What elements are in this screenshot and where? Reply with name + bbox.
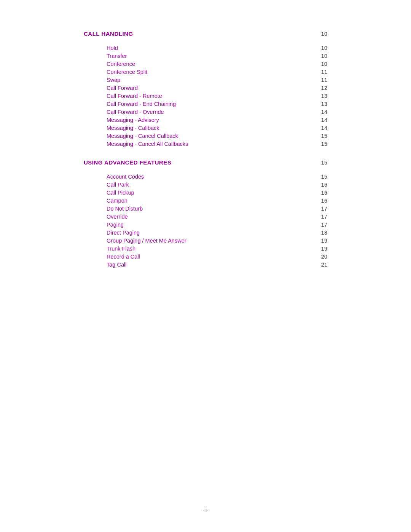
toc-item-page: 16 xyxy=(308,189,327,197)
section-header-using-advanced-features: USING ADVANCED FEATURES15 xyxy=(84,159,327,166)
toc-item-page: 19 xyxy=(308,244,327,252)
toc-table-using-advanced-features: Account Codes15Call Park16Call Pickup16C… xyxy=(84,173,327,268)
toc-row: Messaging - Callback14 xyxy=(84,124,327,132)
toc-item-page: 15 xyxy=(308,173,327,181)
toc-item-label: Call Forward xyxy=(84,84,308,92)
toc-item-page: 17 xyxy=(308,220,327,228)
toc-table-call-handling: Hold10Transfer10Conference10Conference S… xyxy=(84,44,327,148)
toc-item-page: 17 xyxy=(308,204,327,212)
toc-item-label: Call Forward - End Chaining xyxy=(84,100,308,108)
section-heading-call-handling: CALL HANDLING xyxy=(84,30,133,37)
toc-row: Conference10 xyxy=(84,60,327,68)
toc-row: Direct Paging18 xyxy=(84,228,327,236)
section-page-using-advanced-features: 15 xyxy=(321,160,327,166)
toc-row: Account Codes15 xyxy=(84,173,327,181)
toc-row: Call Forward - Override14 xyxy=(84,108,327,116)
toc-item-label: Call Pickup xyxy=(84,189,308,197)
toc-item-label: Call Forward - Override xyxy=(84,108,308,116)
toc-row: Call Forward12 xyxy=(84,84,327,92)
toc-row: Call Pickup16 xyxy=(84,189,327,197)
toc-row: Record a Call20 xyxy=(84,252,327,260)
section-header-call-handling: CALL HANDLING10 xyxy=(84,30,327,37)
toc-item-page: 13 xyxy=(308,100,327,108)
section-heading-using-advanced-features: USING ADVANCED FEATURES xyxy=(84,159,171,166)
toc-row: Call Park16 xyxy=(84,181,327,189)
toc-item-page: 11 xyxy=(308,68,327,76)
toc-item-label: Trunk Flash xyxy=(84,244,308,252)
toc-item-page: 21 xyxy=(308,260,327,268)
toc-item-page: 10 xyxy=(308,60,327,68)
toc-item-label: Swap xyxy=(84,76,308,84)
toc-row: Trunk Flash19 xyxy=(84,244,327,252)
toc-item-label: Transfer xyxy=(84,52,308,60)
toc-item-label: Messaging - Callback xyxy=(84,124,308,132)
toc-item-label: Messaging - Cancel All Callbacks xyxy=(84,140,308,148)
toc-item-label: Tag Call xyxy=(84,260,308,268)
footer-text: -ii- xyxy=(202,507,209,513)
toc-row: Call Forward - Remote13 xyxy=(84,92,327,100)
toc-item-label: Call Forward - Remote xyxy=(84,92,308,100)
toc-row: Group Paging / Meet Me Answer19 xyxy=(84,236,327,244)
toc-item-page: 14 xyxy=(308,108,327,116)
toc-item-page: 20 xyxy=(308,252,327,260)
section-page-call-handling: 10 xyxy=(321,31,327,37)
toc-item-label: Call Park xyxy=(84,181,308,189)
toc-row: Hold10 xyxy=(84,44,327,52)
toc-item-label: Messaging - Advisory xyxy=(84,116,308,124)
toc-row: Transfer10 xyxy=(84,52,327,60)
page-footer: -ii- xyxy=(61,507,350,513)
toc-item-label: Messaging - Cancel Callback xyxy=(84,132,308,140)
toc-item-page: 10 xyxy=(308,44,327,52)
toc-item-label: Conference xyxy=(84,60,308,68)
section-block-using-advanced-features: USING ADVANCED FEATURES15Account Codes15… xyxy=(84,159,327,268)
toc-item-label: Do Not Disturb xyxy=(84,204,308,212)
toc-item-page: 16 xyxy=(308,181,327,189)
toc-item-page: 13 xyxy=(308,92,327,100)
toc-item-label: Hold xyxy=(84,44,308,52)
toc-item-label: Override xyxy=(84,212,308,220)
toc-item-label: Direct Paging xyxy=(84,228,308,236)
section-block-call-handling: CALL HANDLING10Hold10Transfer10Conferenc… xyxy=(84,30,327,148)
toc-row: Tag Call21 xyxy=(84,260,327,268)
toc-item-page: 14 xyxy=(308,124,327,132)
toc-item-page: 14 xyxy=(308,116,327,124)
toc-row: Paging17 xyxy=(84,220,327,228)
toc-row: Override17 xyxy=(84,212,327,220)
toc-row: Conference Split11 xyxy=(84,68,327,76)
toc-item-page: 15 xyxy=(308,140,327,148)
toc-item-page: 10 xyxy=(308,52,327,60)
toc-row: Messaging - Advisory14 xyxy=(84,116,327,124)
toc-item-label: Account Codes xyxy=(84,173,308,181)
toc-item-label: Conference Split xyxy=(84,68,308,76)
toc-item-page: 16 xyxy=(308,197,327,204)
page-container: CALL HANDLING10Hold10Transfer10Conferenc… xyxy=(61,0,350,532)
toc-item-page: 18 xyxy=(308,228,327,236)
toc-row: Swap11 xyxy=(84,76,327,84)
toc-item-label: Group Paging / Meet Me Answer xyxy=(84,236,308,244)
toc-row: Messaging - Cancel All Callbacks15 xyxy=(84,140,327,148)
toc-item-page: 11 xyxy=(308,76,327,84)
toc-item-page: 17 xyxy=(308,212,327,220)
toc-item-label: Paging xyxy=(84,220,308,228)
toc-item-page: 12 xyxy=(308,84,327,92)
toc-row: Call Forward - End Chaining13 xyxy=(84,100,327,108)
toc-item-label: Record a Call xyxy=(84,252,308,260)
toc-item-page: 15 xyxy=(308,132,327,140)
toc-row: Messaging - Cancel Callback15 xyxy=(84,132,327,140)
toc-item-label: Campon xyxy=(84,197,308,204)
toc-item-page: 19 xyxy=(308,236,327,244)
toc-row: Campon16 xyxy=(84,197,327,204)
toc-row: Do Not Disturb17 xyxy=(84,204,327,212)
